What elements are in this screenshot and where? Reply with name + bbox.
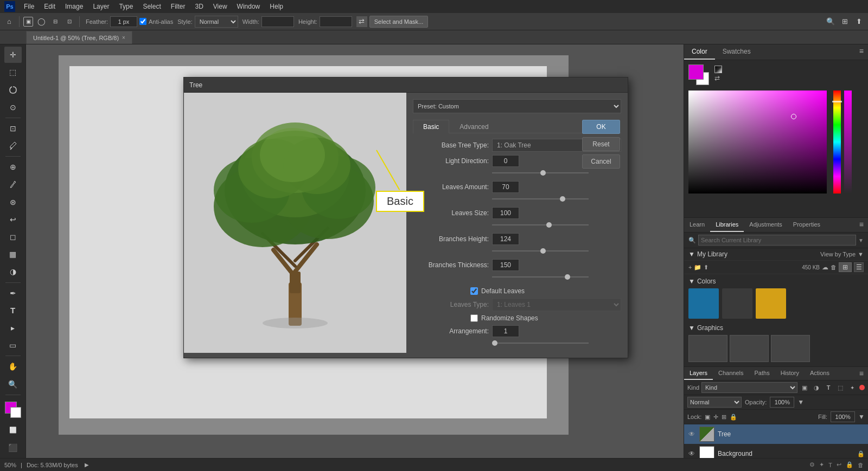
foreground-color-box[interactable] [688,64,704,80]
quick-select-tool[interactable]: ⊙ [4,99,22,115]
anti-alias-checkbox[interactable] [139,18,146,25]
clone-tool[interactable]: ⊛ [4,194,22,210]
leaves-amount-input[interactable] [492,181,519,193]
my-library-title[interactable]: ▼ My Library [688,250,727,258]
layer-filter-pixel[interactable]: ▣ [800,383,809,392]
leaves-type-select[interactable]: 1: Leaves 1 [492,298,621,311]
tab-paths[interactable]: Paths [749,367,775,380]
background-color[interactable] [10,407,21,418]
feather-input[interactable] [110,16,137,27]
arrangement-input[interactable] [492,325,519,337]
color-gradient[interactable] [688,91,827,193]
default-leaves-checkbox[interactable] [470,287,478,295]
text-tool[interactable]: T [4,302,22,319]
alpha-bar[interactable] [844,91,852,193]
panel-menu-icon[interactable]: ≡ [855,44,868,60]
folder-lib-icon[interactable]: 📁 [694,264,701,271]
layer-row-background[interactable]: 👁 Background 🔒 [684,444,868,458]
tab-advanced[interactable]: Advanced [449,120,499,133]
move-tool[interactable]: ✛ [4,47,22,63]
home-icon[interactable]: ⌂ [3,16,15,28]
menu-3d[interactable]: 3D [190,2,207,11]
style-select[interactable]: Normal [195,16,238,28]
tab-layers[interactable]: Layers [684,367,713,380]
path-select-tool[interactable]: ▸ [4,320,22,336]
list-view-icon[interactable]: ☰ [854,262,864,272]
color-swatch-blue[interactable] [688,288,719,319]
light-direction-input[interactable] [492,155,519,167]
marquee-ellipse-icon[interactable]: ◯ [35,16,47,28]
menu-window[interactable]: Window [233,2,265,11]
pen-tool[interactable]: ✒ [4,285,22,301]
menu-view[interactable]: View [209,2,232,11]
arrangement-slider[interactable] [492,340,589,346]
branches-thickness-input[interactable] [492,259,519,271]
lib-search-dropdown[interactable]: ▼ [858,237,864,243]
swap-colors-icon[interactable]: ⇄ [714,74,722,82]
select-mask-button[interactable]: Select and Mask... [369,16,429,28]
kind-select[interactable]: Kind [701,382,797,393]
marquee-rect-icon[interactable]: ▣ [23,17,33,27]
leaves-size-slider[interactable] [492,222,589,228]
tab-actions[interactable]: Actions [805,367,835,380]
tab-history[interactable]: History [775,367,805,380]
graphics-item-3[interactable] [771,335,810,362]
add-lib-icon[interactable]: + [688,264,692,270]
swatches-tab[interactable]: Swatches [715,44,758,60]
eyedropper-tool[interactable] [4,138,22,154]
doc-tab[interactable]: Untitled-1 @ 50% (Tree, RGB/8) × [26,31,132,44]
layer-eye-tree[interactable]: 👁 [687,430,696,438]
status-icon-4[interactable]: ↩ [837,461,841,468]
layer-filter-smart[interactable]: ✦ [847,383,857,392]
share-icon[interactable]: ⬆ [853,16,865,28]
graphics-section-header[interactable]: ▼ Graphics [688,324,864,332]
menu-select[interactable]: Select [138,2,165,11]
view-by-type[interactable]: View by Type ▼ [820,251,864,257]
layer-filter-adj[interactable]: ◑ [812,383,821,392]
color-tab[interactable]: Color [684,44,715,60]
height-input[interactable] [320,16,352,27]
menu-file[interactable]: File [20,2,39,11]
swap-icon[interactable]: ⇄ [356,16,367,27]
status-icon-1[interactable]: ⚙ [809,461,815,468]
branches-thickness-slider[interactable] [492,274,589,280]
layer-filter-indicator[interactable] [859,385,865,390]
hue-bar[interactable] [833,91,841,193]
properties-tab[interactable]: Properties [788,218,826,232]
zoom-tool[interactable]: 🔍 [4,376,22,392]
width-input[interactable] [261,16,294,27]
lock-artboard-icon[interactable]: ⊞ [722,414,726,421]
branches-height-slider[interactable] [492,248,589,254]
fill-dropdown[interactable]: ▼ [858,413,865,421]
menu-type[interactable]: Type [114,2,137,11]
layer-eye-background[interactable]: 👁 [687,449,696,458]
color-swatch-dark[interactable] [722,288,752,319]
gradient-tool[interactable]: ▦ [4,246,22,262]
leaves-amount-slider[interactable] [492,196,589,202]
dodge-tool[interactable]: ◑ [4,263,22,280]
menu-help[interactable]: Help [265,2,288,11]
layer-filter-shape[interactable]: ⬚ [835,383,845,392]
search-icon[interactable]: 🔍 [825,16,837,28]
menu-layer[interactable]: Layer [88,2,113,11]
grid-view-icon[interactable]: ⊞ [839,262,852,272]
randomize-checkbox[interactable] [470,314,478,322]
reset-button[interactable]: Reset [582,137,620,151]
status-icon-6[interactable]: 🗑 [858,462,864,468]
marquee-col-icon[interactable]: ⊡ [63,16,75,28]
lib-panel-menu[interactable]: ≡ [855,218,868,232]
brush-tool[interactable] [4,176,22,192]
layer-row-tree[interactable]: 👁 Tree [684,424,868,444]
ok-button[interactable]: OK [582,120,620,134]
selection-tool[interactable]: ⬚ [4,64,22,80]
upload-lib-icon[interactable]: ⬆ [704,264,709,271]
history-brush-tool[interactable]: ↩ [4,211,22,228]
eraser-tool[interactable]: ◻ [4,229,22,245]
status-icon-5[interactable]: 🔒 [846,461,853,468]
lib-cloud-icon[interactable]: ☁ [822,263,828,271]
crop-tool[interactable]: ⊡ [4,120,22,137]
workspace-icon[interactable]: ⊞ [839,16,851,28]
colors-section-header[interactable]: ▼ Colors [688,278,864,285]
layer-filter-type[interactable]: T [824,383,833,392]
leaves-size-input[interactable] [492,207,519,219]
